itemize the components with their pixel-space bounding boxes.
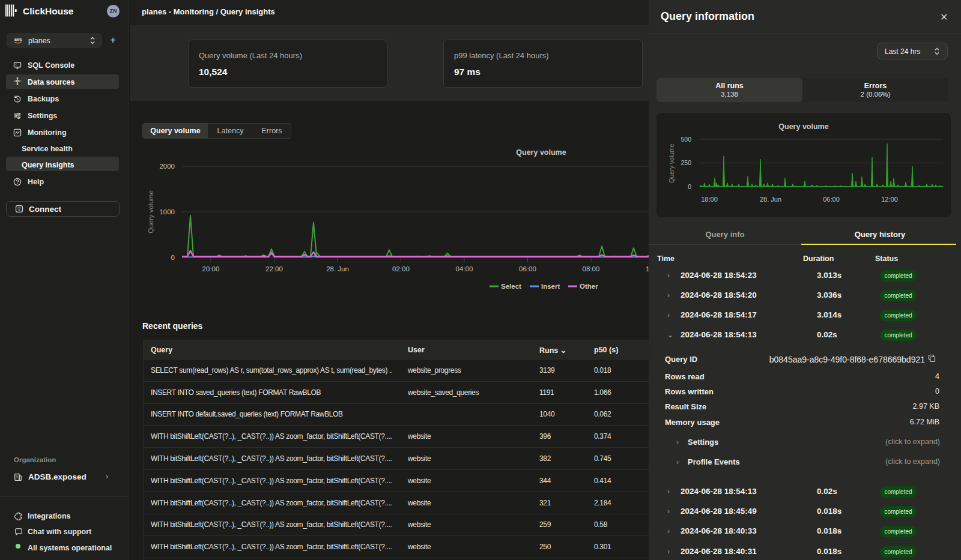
svg-text:Query volume: Query volume [516,148,566,157]
svg-text:0: 0 [688,183,691,190]
svg-text:18:00: 18:00 [701,196,718,203]
svg-text:06:00: 06:00 [519,265,536,272]
svg-text:02:00: 02:00 [392,265,410,272]
svg-text:1000: 1000 [159,208,175,215]
svg-text:Query volume: Query volume [778,122,828,131]
svg-text:2000: 2000 [159,163,175,170]
svg-text:Select: Select [501,283,521,290]
svg-text:Insert: Insert [541,283,560,290]
svg-text:aws: aws [14,37,22,41]
svg-text:500: 500 [681,136,691,143]
svg-text:28. Jun: 28. Jun [326,265,349,272]
svg-text:20:00: 20:00 [202,265,220,272]
svg-text:Query volume: Query volume [147,190,154,233]
svg-text:06:00: 06:00 [823,196,840,203]
svg-text:28. Jun: 28. Jun [760,196,781,203]
svg-text:04:00: 04:00 [456,265,473,272]
svg-text:08:00: 08:00 [583,265,600,272]
svg-text:250: 250 [681,159,691,166]
svg-text:12:00: 12:00 [881,196,898,203]
svg-text:Other: Other [580,283,598,290]
svg-text:22:00: 22:00 [265,265,283,272]
svg-text:Query volume: Query volume [668,143,675,183]
svg-text:0: 0 [171,254,175,261]
